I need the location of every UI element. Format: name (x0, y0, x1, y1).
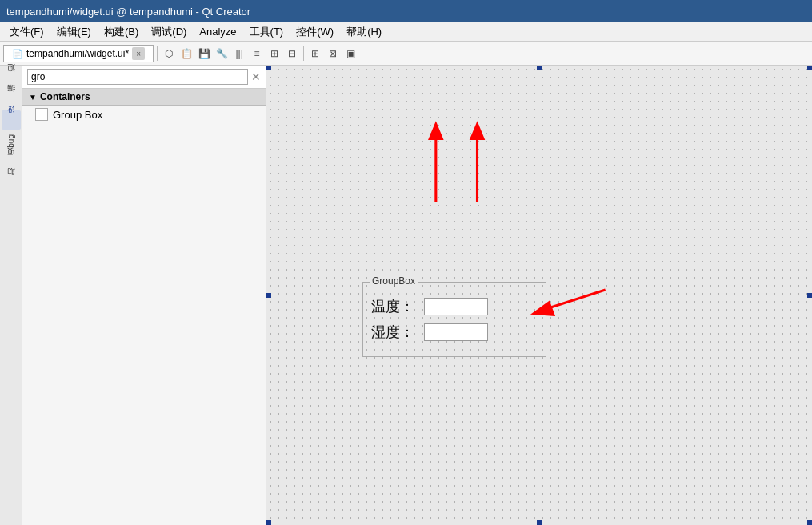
title-text: tempandhumi/widget.ui @ tempandhumi - Qt… (6, 6, 250, 18)
menu-tools[interactable]: 工具(T) (243, 23, 290, 41)
toolbar-btn-align-h[interactable]: ||| (231, 46, 247, 62)
canvas-dotted-bg: GroupBox 温度： 湿度： (266, 66, 812, 525)
handle-bot-right[interactable] (807, 520, 812, 525)
handle-top-center[interactable] (537, 66, 542, 70)
humidity-input[interactable] (424, 323, 488, 341)
design-canvas[interactable]: GroupBox 温度： 湿度： (266, 66, 812, 525)
tab-close-button[interactable]: × (132, 47, 145, 60)
sidebar-icons: 迎 编 设 bug 项 助 (0, 66, 22, 525)
toolbar-btn-2[interactable]: 📋 (178, 46, 194, 62)
svg-marker-3 (470, 123, 484, 139)
tab-label: tempandhumi/widget.ui* (26, 48, 129, 59)
toolbar-btn-preview[interactable]: ▣ (342, 46, 358, 62)
groupbox-title: GroupBox (370, 275, 418, 287)
menu-analyze[interactable]: Analyze (193, 24, 242, 39)
group-box-icon (35, 108, 48, 121)
handle-bot-center[interactable] (537, 520, 542, 525)
containers-section-header[interactable]: ▼ Containers (22, 89, 266, 106)
menu-help[interactable]: 帮助(H) (340, 23, 388, 41)
menu-edit[interactable]: 编辑(E) (50, 23, 98, 41)
sidebar-icon-debug[interactable]: bug (2, 131, 21, 150)
file-tab[interactable]: 📄 tempandhumi/widget.ui* × (3, 45, 154, 62)
widget-panel: ✕ ▼ Containers Group Box (22, 66, 266, 525)
handle-top-right[interactable] (807, 66, 812, 70)
menu-build[interactable]: 构建(B) (98, 23, 145, 41)
sidebar-icon-project[interactable]: 项 (2, 152, 21, 171)
sidebar-icon-help[interactable]: 助 (2, 173, 21, 192)
humidity-label: 湿度： (371, 323, 419, 342)
toolbar-btn-3[interactable]: 💾 (196, 46, 212, 62)
svg-line-4 (543, 290, 606, 310)
groupbox-row-temperature: 温度： (371, 297, 538, 316)
toolbar-separator-2 (303, 46, 304, 61)
menu-widgets[interactable]: 控件(W) (290, 23, 340, 41)
temperature-label: 温度： (371, 297, 419, 316)
toolbar-btn-4[interactable]: 🔧 (214, 46, 230, 62)
temperature-input[interactable] (424, 298, 488, 315)
toolbar-separator-1 (157, 46, 158, 61)
section-arrow-icon: ▼ (29, 93, 37, 102)
search-clear-button[interactable]: ✕ (251, 70, 261, 83)
search-bar: ✕ (22, 66, 266, 89)
sidebar-icon-design[interactable]: 设 (2, 110, 21, 130)
sidebar-icon-welcome[interactable]: 迎 (2, 69, 21, 88)
toolbar-btn-grid[interactable]: ⊞ (307, 46, 323, 62)
handle-mid-left[interactable] (266, 293, 271, 298)
main-layout: 迎 编 设 bug 项 助 ✕ ▼ Containers Group Box (0, 66, 812, 525)
toolbar-btn-5[interactable]: ⊞ (266, 46, 282, 62)
arrow-up-right (470, 123, 484, 202)
handle-mid-right[interactable] (807, 293, 812, 298)
toolbar-btn-6[interactable]: ⊟ (284, 46, 300, 62)
svg-marker-1 (430, 123, 443, 139)
title-bar: tempandhumi/widget.ui @ tempandhumi - Qt… (0, 0, 812, 22)
section-label: Containers (40, 91, 90, 102)
toolbar: 📄 tempandhumi/widget.ui* × ⬡ 📋 💾 🔧 ||| ≡… (0, 42, 812, 66)
toolbar-btn-layout[interactable]: ⊠ (325, 46, 341, 62)
menu-bar: 文件(F) 编辑(E) 构建(B) 调试(D) Analyze 工具(T) 控件… (0, 22, 812, 42)
groupbox-row-humidity: 湿度： (371, 323, 538, 342)
arrow-up-left (430, 123, 443, 202)
handle-bot-left[interactable] (266, 520, 271, 525)
groupbox-widget[interactable]: GroupBox 温度： 湿度： (362, 282, 546, 357)
toolbar-btn-1[interactable]: ⬡ (161, 46, 177, 62)
group-box-label: Group Box (53, 109, 102, 121)
search-input[interactable] (27, 69, 248, 85)
sidebar-icon-edit[interactable]: 编 (2, 90, 21, 109)
toolbar-btn-align-v[interactable]: ≡ (249, 46, 265, 62)
menu-file[interactable]: 文件(F) (3, 23, 50, 41)
handle-top-left[interactable] (266, 66, 271, 70)
groupbox-frame: GroupBox 温度： 湿度： (362, 282, 546, 357)
menu-debug[interactable]: 调试(D) (145, 23, 193, 41)
sidebar-label-debug: bug (6, 134, 15, 148)
group-box-item[interactable]: Group Box (22, 106, 266, 123)
